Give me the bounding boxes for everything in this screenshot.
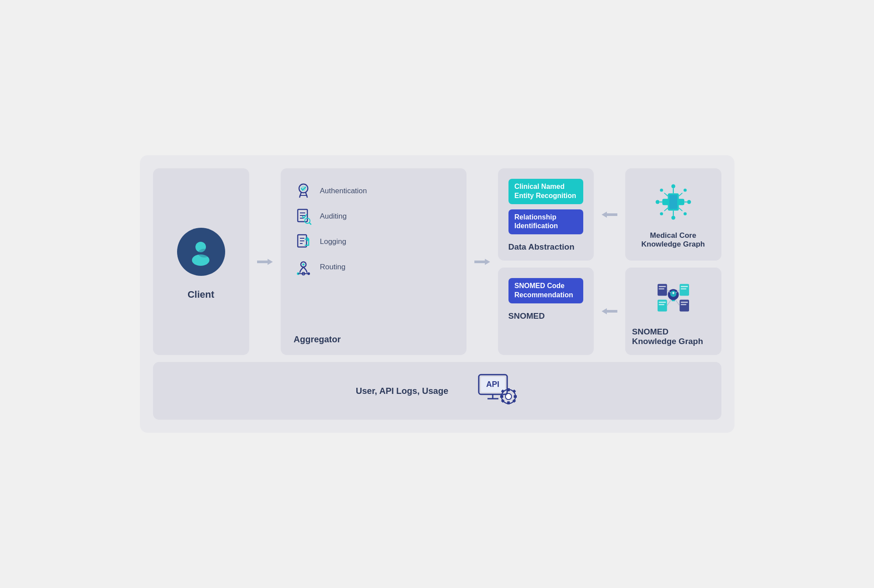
snomed-kg-icon: [654, 278, 693, 319]
svg-rect-77: [507, 401, 510, 404]
svg-line-39: [664, 193, 668, 196]
svg-point-42: [660, 212, 663, 215]
svg-rect-47: [658, 284, 667, 296]
client-label: Client: [188, 289, 214, 300]
svg-point-2: [198, 249, 210, 257]
svg-marker-3: [257, 259, 273, 265]
logging-text: Logging: [320, 237, 347, 246]
svg-rect-61: [671, 299, 675, 300]
svg-rect-57: [681, 302, 688, 303]
svg-line-14: [309, 223, 311, 224]
data-abstraction-box: Clinical Named Entity Recognition Relati…: [498, 168, 594, 261]
logging-icon: [294, 232, 313, 251]
aggregator-label: Aggregator: [294, 334, 453, 344]
svg-rect-81: [512, 390, 516, 393]
client-avatar: [177, 228, 225, 276]
aggregator-box: Authentication: [281, 168, 467, 355]
clinical-ner-tag: Clinical Named Entity Recognition: [508, 179, 583, 204]
snomed-kg-label: SNOMED Knowledge Graph: [632, 327, 714, 346]
svg-rect-56: [679, 300, 689, 312]
authentication-text: Authentication: [320, 187, 367, 195]
svg-point-40: [683, 188, 686, 191]
routing-icon: [294, 257, 313, 277]
svg-rect-52: [681, 288, 686, 289]
svg-point-36: [687, 200, 691, 204]
medical-kg-label: Medical Core Knowledge Graph: [632, 231, 714, 249]
svg-point-38: [660, 188, 663, 191]
svg-rect-54: [658, 302, 665, 303]
da-to-medkg-arrow: [601, 210, 618, 219]
client-box: Client: [153, 168, 249, 355]
snomed-to-snomedkg-arrow: [601, 307, 618, 316]
snomed-code-tag: SNOMED Code Recommendation: [508, 278, 583, 303]
snomed-kg-box: SNOMED Knowledge Graph: [625, 268, 721, 355]
svg-rect-58: [681, 304, 686, 305]
right-panels: Clinical Named Entity Recognition Relati…: [498, 168, 721, 355]
relationship-id-tag: Relationship Identification: [508, 209, 583, 235]
svg-point-23: [307, 272, 310, 275]
aggregator-item-authentication: Authentication: [294, 181, 453, 201]
aggregator-items: Authentication: [294, 181, 453, 323]
authentication-icon: [294, 181, 313, 201]
svg-rect-62: [672, 300, 675, 301]
right-panels-top-row: Clinical Named Entity Recognition Relati…: [498, 168, 721, 261]
snomed-label: SNOMED: [508, 311, 583, 321]
svg-point-32: [671, 216, 675, 219]
aggregator-item-logging: Logging: [294, 232, 453, 251]
client-to-aggregator-arrow: [256, 257, 274, 266]
svg-marker-25: [474, 259, 490, 265]
svg-point-34: [655, 200, 659, 204]
api-icon: API: [474, 372, 518, 409]
aggregator-to-da-arrow: [474, 257, 491, 266]
svg-rect-50: [679, 284, 689, 296]
svg-point-75: [505, 393, 512, 400]
svg-point-44: [683, 212, 686, 215]
svg-rect-79: [514, 395, 517, 398]
svg-rect-48: [658, 286, 665, 287]
outer-container: Client: [131, 146, 743, 442]
svg-point-20: [302, 263, 304, 265]
svg-point-30: [671, 184, 675, 188]
svg-rect-55: [658, 304, 664, 305]
svg-rect-53: [658, 300, 667, 312]
svg-text:API: API: [486, 380, 499, 389]
aggregator-item-auditing: Auditing: [294, 207, 453, 226]
bottom-row: User, API Logs, Usage API: [153, 362, 721, 420]
top-row: Client: [153, 168, 721, 355]
snomed-box: SNOMED Code Recommendation SNOMED: [498, 268, 594, 355]
auditing-icon: [294, 207, 313, 226]
right-panels-bottom-row: SNOMED Code Recommendation SNOMED: [498, 268, 721, 355]
svg-line-41: [679, 193, 682, 196]
svg-marker-26: [602, 212, 617, 218]
medical-kg-box: Medical Core Knowledge Graph: [625, 168, 721, 261]
svg-rect-29: [669, 195, 677, 209]
svg-rect-76: [507, 388, 510, 391]
svg-line-67: [667, 300, 671, 306]
aggregator-item-routing: Routing: [294, 257, 453, 277]
medical-kg-icon: [654, 182, 693, 223]
bottom-text: User, API Logs, Usage: [356, 384, 449, 397]
svg-rect-49: [658, 288, 664, 289]
svg-rect-51: [681, 286, 688, 287]
routing-text: Routing: [320, 263, 346, 271]
svg-line-45: [679, 208, 682, 211]
data-abstraction-label: Data Abstraction: [508, 242, 583, 252]
main-panel: Client: [140, 155, 735, 433]
svg-line-68: [676, 300, 679, 306]
auditing-text: Auditing: [320, 212, 347, 221]
svg-marker-46: [602, 308, 617, 314]
svg-rect-64: [673, 292, 674, 294]
svg-rect-78: [500, 395, 503, 398]
svg-line-43: [664, 208, 668, 211]
